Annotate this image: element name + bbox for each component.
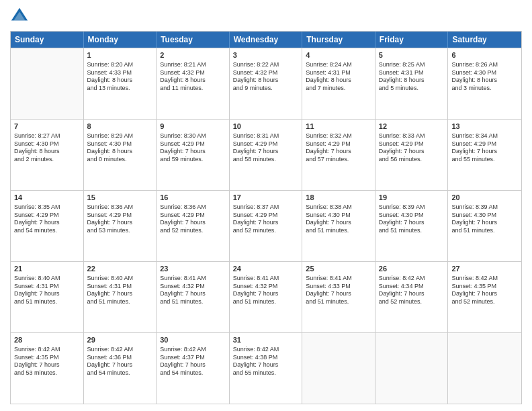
cell-line: Sunrise: 8:42 AM <box>87 346 153 354</box>
cell-line: Daylight: 7 hours <box>160 361 226 369</box>
cell-line: Sunset: 4:30 PM <box>379 212 445 220</box>
day-number: 22 <box>87 264 153 274</box>
day-number: 1 <box>87 50 153 60</box>
cell-line: Daylight: 7 hours <box>14 361 80 369</box>
header <box>10 7 522 26</box>
cell-line: Sunrise: 8:38 AM <box>306 203 371 212</box>
day-number: 13 <box>451 122 518 132</box>
header-day-saturday: Saturday <box>448 32 521 48</box>
calendar-day-11: 11Sunrise: 8:32 AMSunset: 4:29 PMDayligh… <box>302 120 375 190</box>
cell-line: and 55 minutes. <box>233 369 299 377</box>
cell-line: Daylight: 7 hours <box>233 361 299 369</box>
cell-line: and 51 minutes. <box>233 298 299 306</box>
day-number: 5 <box>379 50 445 60</box>
cell-line: and 51 minutes. <box>451 227 518 235</box>
cell-line: Daylight: 7 hours <box>306 148 371 156</box>
calendar-day-22: 22Sunrise: 8:40 AMSunset: 4:31 PMDayligh… <box>84 262 157 332</box>
cell-line: and 58 minutes. <box>233 156 299 164</box>
cell-line: Sunset: 4:32 PM <box>233 69 299 77</box>
calendar-body: 1Sunrise: 8:20 AMSunset: 4:33 PMDaylight… <box>11 48 521 404</box>
calendar-day-6: 6Sunrise: 8:26 AMSunset: 4:30 PMDaylight… <box>448 48 521 119</box>
cell-line: Daylight: 7 hours <box>451 290 518 298</box>
day-number: 30 <box>160 335 226 345</box>
calendar-day-2: 2Sunrise: 8:21 AMSunset: 4:32 PMDaylight… <box>157 48 230 119</box>
cell-line: and 52 minutes. <box>160 227 226 235</box>
cell-line: Sunrise: 8:41 AM <box>306 275 371 283</box>
cell-line: Sunrise: 8:31 AM <box>233 132 299 140</box>
cell-line: and 2 minutes. <box>14 156 80 164</box>
cell-line: and 52 minutes. <box>379 298 445 306</box>
cell-line: and 5 minutes. <box>379 85 445 93</box>
cell-line: and 11 minutes. <box>160 85 226 93</box>
calendar-day-28: 28Sunrise: 8:42 AMSunset: 4:35 PMDayligh… <box>11 333 84 404</box>
cell-line: Sunrise: 8:37 AM <box>233 203 299 212</box>
cell-line: and 56 minutes. <box>379 156 445 164</box>
calendar-day-14: 14Sunrise: 8:35 AMSunset: 4:29 PMDayligh… <box>11 191 84 261</box>
cell-line: and 3 minutes. <box>451 85 518 93</box>
calendar-day-1: 1Sunrise: 8:20 AMSunset: 4:33 PMDaylight… <box>84 48 157 119</box>
day-number: 26 <box>379 264 445 274</box>
cell-line: Sunset: 4:33 PM <box>306 283 371 291</box>
cell-line: Sunset: 4:31 PM <box>379 69 445 77</box>
cell-line: Sunrise: 8:42 AM <box>160 346 226 354</box>
cell-line: Sunset: 4:29 PM <box>14 212 80 220</box>
day-number: 15 <box>87 193 153 203</box>
day-number: 11 <box>306 122 371 132</box>
day-number: 16 <box>160 193 226 203</box>
cell-line: Sunrise: 8:29 AM <box>87 132 153 140</box>
cell-line: Daylight: 8 hours <box>14 148 80 156</box>
cell-line: Sunrise: 8:27 AM <box>14 132 80 140</box>
day-number: 6 <box>451 50 518 60</box>
cell-line: Daylight: 7 hours <box>87 219 153 227</box>
cell-line: Sunset: 4:30 PM <box>87 140 153 148</box>
calendar: SundayMondayTuesdayWednesdayThursdayFrid… <box>10 31 522 404</box>
cell-line: Sunrise: 8:42 AM <box>451 275 518 283</box>
cell-line: Sunset: 4:29 PM <box>87 212 153 220</box>
cell-line: Sunset: 4:32 PM <box>160 283 226 291</box>
cell-line: Daylight: 7 hours <box>306 219 371 227</box>
cell-line: Sunrise: 8:36 AM <box>87 203 153 212</box>
cell-line: Daylight: 8 hours <box>379 77 445 85</box>
cell-line: Daylight: 7 hours <box>451 148 518 156</box>
calendar-day-17: 17Sunrise: 8:37 AMSunset: 4:29 PMDayligh… <box>230 191 303 261</box>
calendar-day-9: 9Sunrise: 8:30 AMSunset: 4:29 PMDaylight… <box>157 120 230 190</box>
cell-line: Sunrise: 8:40 AM <box>14 275 80 283</box>
calendar-day-13: 13Sunrise: 8:34 AMSunset: 4:29 PMDayligh… <box>448 120 521 190</box>
calendar-day-12: 12Sunrise: 8:33 AMSunset: 4:29 PMDayligh… <box>375 120 449 190</box>
cell-line: Sunset: 4:31 PM <box>306 69 371 77</box>
cell-line: Daylight: 7 hours <box>160 290 226 298</box>
cell-line: Sunset: 4:29 PM <box>451 140 518 148</box>
cell-line: and 51 minutes. <box>306 227 371 235</box>
cell-line: Sunset: 4:30 PM <box>451 212 518 220</box>
cell-line: Sunset: 4:33 PM <box>87 69 153 77</box>
day-number: 7 <box>14 122 80 132</box>
cell-line: Sunset: 4:30 PM <box>306 212 371 220</box>
day-number: 27 <box>451 264 518 274</box>
page: SundayMondayTuesdayWednesdayThursdayFrid… <box>0 0 532 411</box>
day-number: 2 <box>160 50 226 60</box>
calendar-week-3: 14Sunrise: 8:35 AMSunset: 4:29 PMDayligh… <box>11 190 521 261</box>
cell-line: Sunrise: 8:26 AM <box>451 61 518 69</box>
calendar-day-20: 20Sunrise: 8:39 AMSunset: 4:30 PMDayligh… <box>448 191 521 261</box>
cell-line: Daylight: 7 hours <box>14 219 80 227</box>
cell-line: Sunrise: 8:32 AM <box>306 132 371 140</box>
calendar-day-19: 19Sunrise: 8:39 AMSunset: 4:30 PMDayligh… <box>375 191 449 261</box>
cell-line: and 51 minutes. <box>14 298 80 306</box>
cell-line: Sunrise: 8:25 AM <box>379 61 445 69</box>
cell-line: Sunset: 4:30 PM <box>14 140 80 148</box>
calendar-empty-cell <box>375 333 449 404</box>
calendar-day-3: 3Sunrise: 8:22 AMSunset: 4:32 PMDaylight… <box>230 48 303 119</box>
day-number: 17 <box>233 193 299 203</box>
cell-line: Sunset: 4:35 PM <box>451 283 518 291</box>
calendar-empty-cell <box>302 333 375 404</box>
cell-line: Daylight: 7 hours <box>379 290 445 298</box>
calendar-day-27: 27Sunrise: 8:42 AMSunset: 4:35 PMDayligh… <box>448 262 521 332</box>
calendar-empty-cell <box>11 48 84 119</box>
day-number: 23 <box>160 264 226 274</box>
cell-line: and 57 minutes. <box>306 156 371 164</box>
calendar-day-18: 18Sunrise: 8:38 AMSunset: 4:30 PMDayligh… <box>302 191 375 261</box>
cell-line: Sunset: 4:29 PM <box>306 140 371 148</box>
cell-line: and 51 minutes. <box>379 227 445 235</box>
calendar-day-26: 26Sunrise: 8:42 AMSunset: 4:34 PMDayligh… <box>375 262 449 332</box>
cell-line: Sunset: 4:31 PM <box>14 283 80 291</box>
